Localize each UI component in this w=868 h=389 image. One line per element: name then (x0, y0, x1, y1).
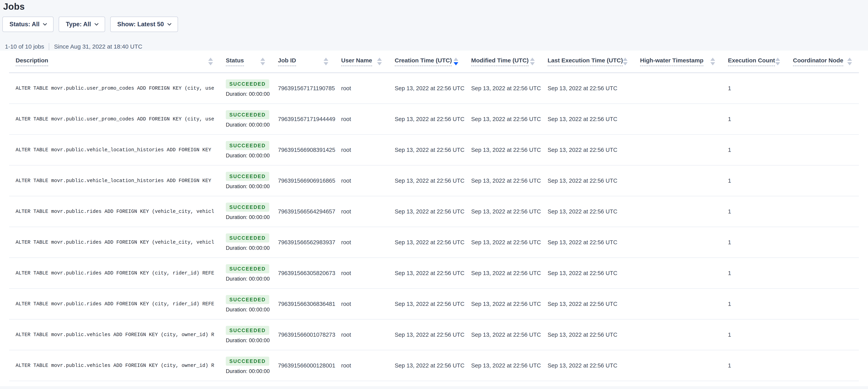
status-filter-dropdown[interactable]: Status: All (2, 17, 54, 32)
job-status-cell: SUCCEEDED Duration: 00:00:00 (226, 141, 278, 159)
table-row: ALTER TABLE movr.public.rides ADD FOREIG… (9, 227, 859, 258)
execution-count-cell: 1 (728, 85, 793, 92)
creation-time-cell: Sep 13, 2022 at 22:56 UTC (395, 239, 471, 246)
job-description-link[interactable]: ALTER TABLE movr.public.rides ADD FOREIG… (16, 209, 216, 215)
job-status-cell: SUCCEEDED Duration: 00:00:00 (226, 264, 278, 282)
job-description-link[interactable]: ALTER TABLE movr.public.user_promo_codes… (16, 116, 216, 122)
last-execution-time-cell: Sep 13, 2022 at 22:56 UTC (548, 270, 640, 277)
show-filter-label: Show: Latest 50 (117, 21, 164, 28)
job-description-link[interactable]: ALTER TABLE movr.public.rides ADD FOREIG… (16, 270, 216, 276)
last-execution-time-cell: Sep 13, 2022 at 22:56 UTC (548, 177, 640, 184)
table-row: ALTER TABLE movr.public.rides ADD FOREIG… (9, 289, 859, 320)
last-execution-time-cell: Sep 13, 2022 at 22:56 UTC (548, 331, 640, 338)
job-id-cell: 796391566000128001 (278, 362, 341, 369)
job-id-cell: 796391566562983937 (278, 239, 341, 246)
sort-icon[interactable] (530, 58, 535, 65)
type-filter-dropdown[interactable]: Type: All (59, 17, 105, 32)
job-description-link[interactable]: ALTER TABLE movr.public.rides ADD FOREIG… (16, 239, 216, 245)
sort-icon[interactable] (377, 58, 382, 65)
table-row: ALTER TABLE movr.public.vehicles ADD FOR… (9, 320, 859, 350)
execution-count-cell: 1 (728, 208, 793, 215)
column-header-user-name: User Name (341, 51, 395, 72)
since-text: Since Aug 31, 2022 at 18:40 UTC (54, 43, 142, 50)
creation-time-cell: Sep 13, 2022 at 22:56 UTC (395, 362, 471, 369)
job-id-cell: 796391566305820673 (278, 270, 341, 277)
execution-count-cell: 1 (728, 270, 793, 277)
column-header-label[interactable]: Execution Count (728, 57, 775, 66)
execution-count-cell: 1 (728, 177, 793, 184)
sort-icon[interactable] (323, 58, 328, 65)
job-duration: Duration: 00:00:00 (226, 91, 270, 97)
execution-count-cell: 1 (728, 239, 793, 246)
user-name-cell: root (341, 147, 395, 153)
execution-count-cell: 1 (728, 331, 793, 338)
user-name-cell: root (341, 301, 395, 307)
column-header-label[interactable]: Coordinator Node (793, 57, 843, 66)
column-header-label[interactable]: Last Execution Time (UTC) (548, 57, 623, 66)
column-header-label[interactable]: Status (226, 57, 244, 66)
table-row: ALTER TABLE movr.public.rides ADD FOREIG… (9, 196, 859, 227)
job-id-cell: 796391567171190785 (278, 85, 341, 92)
column-header-creation-time: Creation Time (UTC) (395, 51, 471, 72)
job-status-cell: SUCCEEDED Duration: 00:00:00 (226, 110, 278, 128)
modified-time-cell: Sep 13, 2022 at 22:56 UTC (471, 208, 548, 215)
table-row: ALTER TABLE movr.public.rides ADD FOREIG… (9, 258, 859, 289)
user-name-cell: root (341, 208, 395, 215)
job-description-link[interactable]: ALTER TABLE movr.public.vehicles ADD FOR… (16, 363, 216, 368)
creation-time-cell: Sep 13, 2022 at 22:56 UTC (395, 116, 471, 123)
sort-icon[interactable] (847, 58, 852, 65)
job-status-cell: SUCCEEDED Duration: 00:00:00 (226, 79, 278, 97)
creation-time-cell: Sep 13, 2022 at 22:56 UTC (395, 301, 471, 307)
job-description-link[interactable]: ALTER TABLE movr.public.user_promo_codes… (16, 86, 216, 91)
job-id-cell: 796391566306836481 (278, 301, 341, 307)
job-description-link[interactable]: ALTER TABLE movr.public.vehicle_location… (16, 178, 216, 184)
user-name-cell: root (341, 116, 395, 123)
execution-count-cell: 1 (728, 147, 793, 153)
column-header-modified-time: Modified Time (UTC) (471, 51, 548, 72)
status-badge: SUCCEEDED (226, 264, 269, 273)
job-duration: Duration: 00:00:00 (226, 245, 270, 251)
column-header-label[interactable]: Modified Time (UTC) (471, 57, 529, 66)
creation-time-cell: Sep 13, 2022 at 22:56 UTC (395, 208, 471, 215)
sort-icon[interactable] (710, 58, 715, 65)
sort-icon[interactable] (623, 58, 628, 65)
user-name-cell: root (341, 331, 395, 338)
table-row: ALTER TABLE movr.public.vehicles ADD FOR… (9, 350, 859, 381)
column-header-label[interactable]: Job ID (278, 57, 296, 66)
last-execution-time-cell: Sep 13, 2022 at 22:56 UTC (548, 301, 640, 307)
sort-icon[interactable] (775, 58, 780, 65)
column-header-label[interactable]: Creation Time (UTC) (395, 57, 452, 66)
status-badge: SUCCEEDED (226, 357, 269, 366)
job-description-link[interactable]: ALTER TABLE movr.public.vehicles ADD FOR… (16, 332, 216, 338)
table-row: ALTER TABLE movr.public.user_promo_codes… (9, 104, 859, 135)
job-id-cell: 796391566906916865 (278, 177, 341, 184)
job-description-link[interactable]: ALTER TABLE movr.public.rides ADD FOREIG… (16, 301, 216, 307)
sort-icon[interactable] (208, 58, 213, 65)
job-description-link[interactable]: ALTER TABLE movr.public.vehicle_location… (16, 147, 216, 153)
job-duration: Duration: 00:00:00 (226, 337, 270, 344)
page-title: Jobs (3, 1, 868, 12)
table-row: ALTER TABLE movr.public.vehicle_location… (9, 165, 859, 196)
show-filter-dropdown[interactable]: Show: Latest 50 (110, 17, 178, 32)
column-header-label[interactable]: High-water Timestamp (640, 57, 704, 66)
column-header-label[interactable]: User Name (341, 57, 372, 66)
column-header-high-water-timestamp: High-water Timestamp (640, 51, 728, 72)
chevron-down-icon (94, 21, 98, 26)
modified-time-cell: Sep 13, 2022 at 22:56 UTC (471, 270, 548, 277)
status-badge: SUCCEEDED (226, 79, 269, 89)
job-duration: Duration: 00:00:00 (226, 184, 270, 190)
modified-time-cell: Sep 13, 2022 at 22:56 UTC (471, 147, 548, 153)
jobs-table-header: Description Status Job ID User Name Crea… (9, 51, 859, 73)
creation-time-cell: Sep 13, 2022 at 22:56 UTC (395, 147, 471, 153)
job-status-cell: SUCCEEDED Duration: 00:00:00 (226, 295, 278, 313)
creation-time-cell: Sep 13, 2022 at 22:56 UTC (395, 331, 471, 338)
user-name-cell: root (341, 85, 395, 92)
column-header-label[interactable]: Description (16, 57, 48, 66)
job-status-cell: SUCCEEDED Duration: 00:00:00 (226, 172, 278, 190)
job-duration: Duration: 00:00:00 (226, 276, 270, 282)
last-execution-time-cell: Sep 13, 2022 at 22:56 UTC (548, 208, 640, 215)
sort-icon[interactable] (260, 58, 265, 65)
job-status-cell: SUCCEEDED Duration: 00:00:00 (226, 357, 278, 375)
sort-icon-active-desc[interactable] (454, 58, 458, 65)
user-name-cell: root (341, 177, 395, 184)
